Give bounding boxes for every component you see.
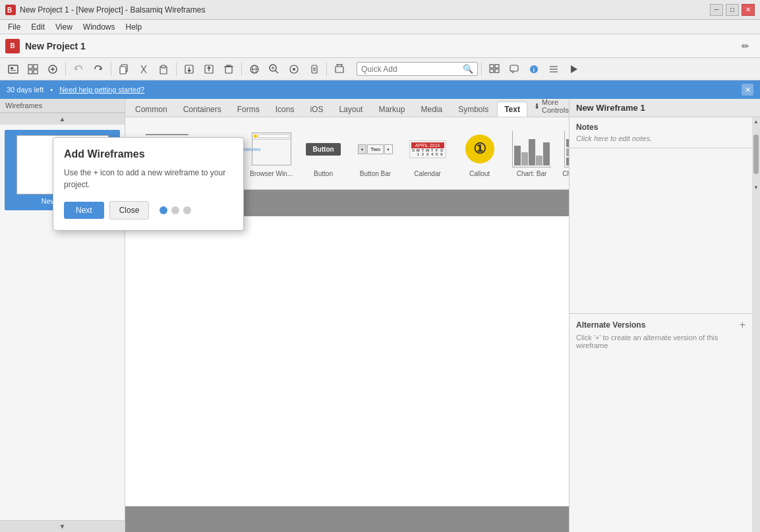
svg-marker-22 xyxy=(187,70,191,73)
svg-marker-51 xyxy=(512,71,514,73)
sep1 xyxy=(65,63,66,76)
tab-forms[interactable]: Forms xyxy=(230,102,267,117)
list-button[interactable] xyxy=(544,60,563,78)
tab-symbols[interactable]: Symbols xyxy=(451,102,496,117)
edit-title-button[interactable]: ✏ xyxy=(736,37,755,55)
scroll-up[interactable]: ▲ xyxy=(752,117,760,125)
comp-callout[interactable]: ① Callout xyxy=(455,127,504,180)
sep6 xyxy=(481,63,482,76)
sep5 xyxy=(326,63,327,76)
help-link[interactable]: Need help getting started? xyxy=(59,86,144,94)
grid-toolbar-button[interactable] xyxy=(24,60,42,78)
alt-versions-title: Alternate Versions xyxy=(576,320,645,330)
callout-thumb: ① xyxy=(457,129,503,169)
notes-placeholder[interactable]: Click here to edit notes. xyxy=(576,134,745,142)
dot-3 xyxy=(183,206,191,214)
tab-icons[interactable]: Icons xyxy=(268,102,302,117)
sep3 xyxy=(176,63,177,76)
comp-label-callout: Callout xyxy=(469,170,490,177)
svg-rect-19 xyxy=(161,65,165,68)
notes-spacer xyxy=(570,148,752,313)
close-button[interactable]: ✕ xyxy=(742,4,755,16)
menu-edit[interactable]: Edit xyxy=(26,21,50,33)
tab-media[interactable]: Media xyxy=(413,102,450,117)
browser-window-thumb xyxy=(248,129,295,169)
copy-button[interactable] xyxy=(115,60,133,78)
menu-help[interactable]: Help xyxy=(121,21,148,33)
svg-rect-4 xyxy=(11,70,16,71)
alt-versions-description: Click '+' to create an alternate version… xyxy=(576,334,745,349)
modal-close-button[interactable]: Close xyxy=(109,201,150,220)
add-page-button[interactable] xyxy=(44,60,62,78)
comp-chart-column[interactable]: Chart: Column xyxy=(559,127,569,180)
alt-versions-header: Alternate Versions + xyxy=(576,319,745,331)
svg-line-33 xyxy=(276,71,278,73)
quick-add-input[interactable] xyxy=(361,65,460,74)
tab-markup[interactable]: Markup xyxy=(371,102,412,117)
link-button[interactable] xyxy=(245,60,264,78)
svg-rect-8 xyxy=(34,70,38,74)
quick-add-container[interactable]: 🔍 xyxy=(357,62,478,76)
tab-common[interactable]: Common xyxy=(128,102,175,117)
comp-button-bar[interactable]: ▪ Two ▪ Button Bar xyxy=(351,127,400,180)
menu-windows[interactable]: Windows xyxy=(78,21,121,33)
tab-ios[interactable]: iOS xyxy=(303,102,330,117)
tab-containers[interactable]: Containers xyxy=(176,102,229,117)
undo-button[interactable] xyxy=(69,60,88,78)
notes-section: Notes Click here to edit notes. xyxy=(570,117,752,148)
clip-button[interactable] xyxy=(305,60,323,78)
svg-marker-57 xyxy=(571,65,577,73)
info-bar-close-button[interactable]: ✕ xyxy=(742,84,753,96)
redo-button[interactable] xyxy=(89,60,107,78)
comments-button[interactable] xyxy=(505,60,523,78)
play-button[interactable] xyxy=(564,60,583,78)
svg-rect-47 xyxy=(495,65,499,68)
modal-next-button[interactable]: Next xyxy=(64,202,104,219)
svg-marker-25 xyxy=(207,66,211,69)
wireframes-panel-header: Wireframes xyxy=(0,99,125,113)
pin-button[interactable] xyxy=(285,60,303,78)
canvas-surface xyxy=(125,216,569,506)
right-panel: New Wireframe 1 Notes Click here to edit… xyxy=(569,99,760,532)
calendar-thumb: APRIL 2014 SMT WTFS 12 3456 xyxy=(405,129,451,169)
maximize-button[interactable]: □ xyxy=(726,4,739,16)
delete-button[interactable] xyxy=(219,60,238,78)
separator-dot: • xyxy=(50,86,53,94)
comp-label-browser: Browser Win... xyxy=(250,170,293,177)
modal-footer: Next Close xyxy=(64,201,233,220)
comp-browser-window[interactable]: Browser Win... xyxy=(247,127,296,180)
scroll-up-arrow[interactable]: ▲ xyxy=(0,113,125,125)
right-panel-scrollbar[interactable]: ▲ ▼ xyxy=(752,117,760,532)
delete-toolbar-button[interactable] xyxy=(330,60,349,78)
canvas-area[interactable] xyxy=(125,190,569,532)
grid-view-button[interactable] xyxy=(485,60,504,78)
import-button[interactable] xyxy=(180,60,198,78)
paste-button[interactable] xyxy=(154,60,173,78)
component-tabs: Common Containers Forms Icons iOS Layout… xyxy=(125,99,569,117)
scroll-down[interactable]: ▼ xyxy=(752,183,760,191)
svg-rect-3 xyxy=(11,67,13,69)
minimize-button[interactable]: ─ xyxy=(710,4,723,16)
modal-body: Use the + icon to add a new wireframe to… xyxy=(64,167,233,191)
info-button[interactable]: i xyxy=(525,60,543,78)
comp-button[interactable]: Button Button xyxy=(299,127,348,180)
zoom-button[interactable] xyxy=(265,60,283,78)
add-alt-version-button[interactable]: + xyxy=(740,319,745,331)
cut-button[interactable] xyxy=(134,60,153,78)
svg-rect-26 xyxy=(225,67,232,73)
tab-layout[interactable]: Layout xyxy=(332,102,370,117)
comp-chart-bar[interactable]: Chart: Bar xyxy=(507,127,556,180)
export-button[interactable] xyxy=(200,60,218,78)
right-panel-content: Notes Click here to edit notes. Alternat… xyxy=(570,117,752,532)
scroll-down-arrow[interactable]: ▼ xyxy=(0,520,125,532)
svg-point-37 xyxy=(293,68,295,71)
comp-calendar[interactable]: APRIL 2014 SMT WTFS 12 3456 Calendar xyxy=(403,127,452,180)
add-wireframes-modal: Add Wireframes Use the + icon to add a n… xyxy=(53,137,244,231)
menu-view[interactable]: View xyxy=(50,21,78,33)
svg-rect-50 xyxy=(510,65,518,71)
scroll-thumb[interactable] xyxy=(753,134,759,174)
tab-text[interactable]: Text xyxy=(497,102,527,117)
menu-file[interactable]: File xyxy=(3,21,26,33)
home-toolbar-button[interactable] xyxy=(4,60,22,78)
more-controls-button[interactable]: ⬇ More Controls... xyxy=(529,99,569,117)
